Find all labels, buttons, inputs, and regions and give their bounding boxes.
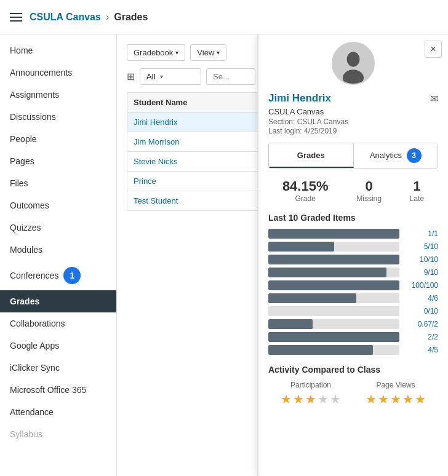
late-value: 1 <box>410 178 424 194</box>
sidebar-item-files[interactable]: Files <box>0 172 116 194</box>
sidebar-item-label: Modules <box>10 245 42 255</box>
layout: Home Announcements Assignments Discussio… <box>0 34 448 476</box>
view-arrow-icon: ▾ <box>217 49 220 56</box>
grade-stat: 84.15% Grade <box>282 178 329 203</box>
missing-value: 0 <box>356 178 382 194</box>
mail-icon[interactable]: ✉ <box>430 93 438 105</box>
breadcrumb-separator: › <box>106 12 109 23</box>
student-name-link[interactable]: Prince <box>134 177 156 186</box>
activity-col-title: Page Views <box>366 381 426 389</box>
sidebar-item-label: iClicker Sync <box>10 363 60 373</box>
missing-label: Missing <box>356 194 382 203</box>
bar-label[interactable]: 2/2 <box>404 333 438 341</box>
sidebar-item-label: Google Apps <box>10 341 59 351</box>
star-filled-icon: ★ <box>390 392 401 407</box>
filter-icon: ⊞ <box>127 71 135 82</box>
activity-col: Participation★★★★★ <box>281 381 341 407</box>
bar-label[interactable]: 10/10 <box>404 255 438 264</box>
step-1-badge: 1 <box>63 267 81 284</box>
avatar <box>332 42 375 85</box>
bar-fill <box>268 345 373 355</box>
bar-background <box>268 293 399 303</box>
sidebar-item-google-apps[interactable]: Google Apps <box>0 335 116 357</box>
sidebar-item-people[interactable]: People <box>0 128 116 150</box>
view-label: View <box>197 48 214 57</box>
bar-row: 2/2 <box>268 332 438 342</box>
bar-label[interactable]: 5/10 <box>404 242 438 251</box>
activity-title: Activity Compared to Class <box>268 365 438 375</box>
activity-section: Activity Compared to Class Participation… <box>268 365 438 407</box>
tab-grades[interactable]: Grades <box>269 143 354 168</box>
sidebar-item-label: People <box>10 134 37 144</box>
bar-fill <box>268 293 356 303</box>
late-label: Late <box>410 194 424 203</box>
bar-label[interactable]: 100/100 <box>404 281 438 290</box>
grade-value: 84.15% <box>282 178 329 194</box>
svg-point-1 <box>347 52 360 67</box>
bar-fill <box>268 268 386 277</box>
sidebar-item-pages[interactable]: Pages <box>0 150 116 172</box>
star-empty-icon: ★ <box>330 392 341 407</box>
sidebar-item-discussions[interactable]: Discussions <box>0 106 116 128</box>
activity-col: Page Views★★★★★ <box>366 381 426 407</box>
sidebar-item-home[interactable]: Home <box>0 39 116 61</box>
bar-label[interactable]: 4/5 <box>404 346 438 354</box>
missing-stat: 0 Missing <box>356 178 382 203</box>
sidebar-item-announcements[interactable]: Announcements <box>0 61 116 84</box>
filter-select[interactable]: All ▾ <box>140 68 201 85</box>
panel-last-login: Last login: 4/25/2019 <box>268 127 438 135</box>
student-name-link[interactable]: Test Student <box>134 196 178 205</box>
panel-avatar-container <box>268 42 438 85</box>
tab-analytics[interactable]: Analytics 3 <box>354 143 438 168</box>
sidebar-item-grades[interactable]: Grades <box>0 290 116 312</box>
panel-tabs: Grades Analytics 3 <box>268 143 438 169</box>
sidebar-item-label: Collaborations <box>10 319 65 328</box>
sidebar-item-iclicker[interactable]: iClicker Sync <box>0 357 116 379</box>
sidebar-item-modules[interactable]: Modules <box>0 239 116 261</box>
sidebar-item-microsoft[interactable]: Microsoft Office 365 <box>0 379 116 401</box>
panel-close-button[interactable]: × <box>425 41 442 58</box>
sidebar-item-label: Discussions <box>10 112 56 122</box>
bar-label[interactable]: 4/6 <box>404 294 438 303</box>
sidebar-item-conferences[interactable]: Conferences 1 <box>0 261 116 290</box>
bar-fill <box>268 242 334 252</box>
bar-row: 0.67/2 <box>268 319 438 329</box>
sidebar-item-label: Microsoft Office 365 <box>10 385 86 395</box>
bar-label[interactable]: 0.67/2 <box>404 320 438 328</box>
filter-arrow-icon: ▾ <box>160 73 163 80</box>
sidebar-item-outcomes[interactable]: Outcomes <box>0 194 116 216</box>
sidebar: Home Announcements Assignments Discussio… <box>0 34 117 476</box>
tab-analytics-label: Analytics <box>370 151 402 160</box>
student-name-link[interactable]: Stevie Nicks <box>134 157 178 166</box>
close-icon: × <box>430 44 436 55</box>
sidebar-item-collaborations[interactable]: Collaborations <box>0 312 116 335</box>
student-name-link[interactable]: Jim Morrison <box>134 137 179 146</box>
last10-title: Last 10 Graded Items <box>268 213 438 223</box>
course-link[interactable]: CSULA Canvas <box>30 12 101 23</box>
activity-cols: Participation★★★★★Page Views★★★★★ <box>268 381 438 407</box>
sidebar-item-label: Announcements <box>10 68 72 77</box>
bar-label[interactable]: 1/1 <box>404 229 438 238</box>
step-3-badge: 3 <box>407 148 422 163</box>
panel-section: Section: CSULA Canvas <box>268 117 438 126</box>
student-name-link[interactable]: Jimi Hendrix <box>134 117 178 127</box>
bar-background <box>268 345 399 355</box>
menu-button[interactable] <box>10 13 22 22</box>
sidebar-item-assignments[interactable]: Assignments <box>0 84 116 106</box>
bar-label[interactable]: 0/10 <box>404 307 438 315</box>
panel-student-name[interactable]: Jimi Hendrix <box>268 92 331 105</box>
bar-background <box>268 332 399 342</box>
tab-grades-label: Grades <box>297 151 325 160</box>
sidebar-item-quizzes[interactable]: Quizzes <box>0 216 116 239</box>
late-stat: 1 Late <box>410 178 424 203</box>
bar-row: 5/10 <box>268 242 438 252</box>
gradebook-arrow-icon: ▾ <box>175 49 178 56</box>
sidebar-item-label: Syllabus <box>10 429 42 439</box>
bar-label[interactable]: 9/10 <box>404 268 438 277</box>
sidebar-item-syllabus[interactable]: Syllabus <box>0 423 116 445</box>
view-dropdown[interactable]: View ▾ <box>190 44 226 61</box>
student-search-input[interactable] <box>206 68 255 85</box>
gradebook-dropdown[interactable]: Gradebook ▾ <box>127 44 185 61</box>
sidebar-item-label: Home <box>10 46 33 55</box>
sidebar-item-attendance[interactable]: Attendance <box>0 401 116 423</box>
